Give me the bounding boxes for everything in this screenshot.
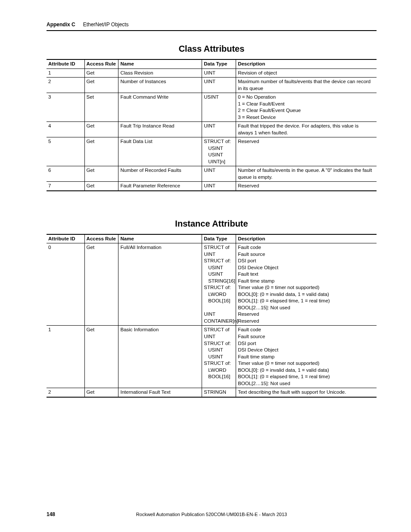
cell-access-rule: Get bbox=[84, 122, 118, 137]
col-access-rule: Access Rule bbox=[84, 234, 118, 243]
cell-access-rule: Get bbox=[84, 182, 118, 191]
cell-description: Reserved bbox=[236, 182, 377, 191]
cell-description: 0 = No Operation1 = Clear Fault/Event2 =… bbox=[236, 93, 377, 122]
page-footer: 148 Rockwell Automation Publication 520C… bbox=[47, 511, 377, 517]
col-name: Name bbox=[118, 234, 202, 243]
cell-access-rule: Get bbox=[84, 68, 118, 78]
col-data-type: Data Type bbox=[202, 59, 236, 68]
cell-name: Number of Recorded Faults bbox=[118, 166, 202, 182]
cell-name: Number of Instances bbox=[118, 78, 202, 93]
table-row: 1GetBasic InformationSTRUCT of UINTSTRUC… bbox=[47, 326, 377, 388]
cell-data-type: USINT bbox=[202, 93, 236, 122]
cell-access-rule: Set bbox=[84, 93, 118, 122]
cell-name: Class Revision bbox=[118, 68, 202, 78]
col-description: Description bbox=[236, 234, 377, 243]
col-attribute-id: Attribute ID bbox=[47, 234, 84, 243]
cell-name: Fault Data List bbox=[118, 137, 202, 166]
publication-info: Rockwell Automation Publication 520COM-U… bbox=[64, 512, 359, 517]
col-access-rule: Access Rule bbox=[84, 59, 118, 68]
cell-name: Basic Information bbox=[118, 326, 202, 388]
cell-name: Full/All Information bbox=[118, 243, 202, 326]
cell-access-rule: Get bbox=[84, 388, 118, 397]
page-header: Appendix C EtherNet/IP Objects bbox=[47, 22, 377, 31]
section-title-class-attributes: Class Attributes bbox=[47, 44, 377, 54]
table-row: 4GetFault Trip Instance ReadUINTFault th… bbox=[47, 122, 377, 137]
cell-name: Fault Trip Instance Read bbox=[118, 122, 202, 137]
table-row: 2GetInternational Fault TextSTRINGNText … bbox=[47, 388, 377, 397]
col-description: Description bbox=[236, 59, 377, 68]
cell-data-type: UINT bbox=[202, 122, 236, 137]
appendix-label: Appendix C bbox=[47, 22, 75, 28]
cell-data-type: UINT bbox=[202, 182, 236, 191]
table-row: 2GetNumber of InstancesUINTMaximum numbe… bbox=[47, 78, 377, 93]
cell-data-type: STRUCT of UINTSTRUCT of:USINTUSINTSTRUCT… bbox=[202, 326, 236, 388]
table-row: 1GetClass RevisionUINTRevision of object bbox=[47, 68, 377, 78]
cell-name: Fault Parameter Reference bbox=[118, 182, 202, 191]
cell-access-rule: Get bbox=[84, 166, 118, 182]
cell-attribute-id: 6 bbox=[47, 166, 84, 182]
cell-access-rule: Get bbox=[84, 137, 118, 166]
cell-description: Fault codeFault sourceDSI portDSI Device… bbox=[236, 243, 377, 326]
cell-attribute-id: 3 bbox=[47, 93, 84, 122]
table-row: 0GetFull/All InformationSTRUCT of UINTST… bbox=[47, 243, 377, 326]
page-number: 148 bbox=[47, 511, 64, 517]
cell-attribute-id: 2 bbox=[47, 388, 84, 397]
col-name: Name bbox=[118, 59, 202, 68]
cell-attribute-id: 7 bbox=[47, 182, 84, 191]
cell-data-type: UINT bbox=[202, 68, 236, 78]
class-attributes-table: Attribute ID Access Rule Name Data Type … bbox=[47, 59, 377, 191]
cell-data-type: STRUCT of UINTSTRUCT of:USINTUSINTSTRING… bbox=[202, 243, 236, 326]
cell-name: Fault Command Write bbox=[118, 93, 202, 122]
section-title-instance-attribute: Instance Attribute bbox=[47, 219, 377, 229]
cell-attribute-id: 2 bbox=[47, 78, 84, 93]
cell-description: Number of faults/events in the queue. A … bbox=[236, 166, 377, 182]
cell-description: Reserved bbox=[236, 137, 377, 166]
table-row: 7GetFault Parameter ReferenceUINTReserve… bbox=[47, 182, 377, 191]
table-header-row: Attribute ID Access Rule Name Data Type … bbox=[47, 234, 377, 243]
cell-description: Fault codeFault sourceDSI portDSI Device… bbox=[236, 326, 377, 388]
col-attribute-id: Attribute ID bbox=[47, 59, 84, 68]
instance-attribute-table: Attribute ID Access Rule Name Data Type … bbox=[47, 234, 377, 398]
cell-attribute-id: 0 bbox=[47, 243, 84, 326]
cell-data-type: STRUCT of:USINTUSINTUINT[n] bbox=[202, 137, 236, 166]
table-row: 3SetFault Command WriteUSINT0 = No Opera… bbox=[47, 93, 377, 122]
table-header-row: Attribute ID Access Rule Name Data Type … bbox=[47, 59, 377, 68]
col-data-type: Data Type bbox=[202, 234, 236, 243]
cell-attribute-id: 5 bbox=[47, 137, 84, 166]
cell-description: Text describing the fault with support f… bbox=[236, 388, 377, 397]
cell-description: Maximum number of faults/events that the… bbox=[236, 78, 377, 93]
chapter-label: EtherNet/IP Objects bbox=[83, 22, 129, 28]
cell-name: International Fault Text bbox=[118, 388, 202, 397]
cell-data-type: STRINGN bbox=[202, 388, 236, 397]
cell-attribute-id: 4 bbox=[47, 122, 84, 137]
table-row: 5GetFault Data ListSTRUCT of:USINTUSINTU… bbox=[47, 137, 377, 166]
cell-description: Fault that tripped the device. For adapt… bbox=[236, 122, 377, 137]
cell-data-type: UINT bbox=[202, 166, 236, 182]
cell-access-rule: Get bbox=[84, 243, 118, 326]
cell-attribute-id: 1 bbox=[47, 326, 84, 388]
cell-data-type: UINT bbox=[202, 78, 236, 93]
cell-access-rule: Get bbox=[84, 78, 118, 93]
table-row: 6GetNumber of Recorded FaultsUINTNumber … bbox=[47, 166, 377, 182]
cell-access-rule: Get bbox=[84, 326, 118, 388]
cell-description: Revision of object bbox=[236, 68, 377, 78]
cell-attribute-id: 1 bbox=[47, 68, 84, 78]
